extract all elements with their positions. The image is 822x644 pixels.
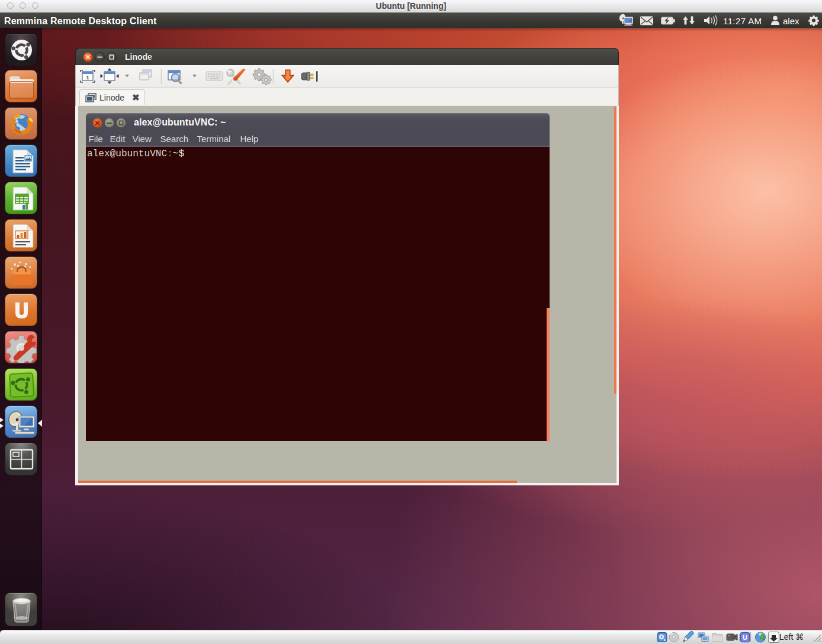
svg-text:U: U — [743, 634, 747, 641]
svg-text:1: 1 — [86, 75, 89, 80]
